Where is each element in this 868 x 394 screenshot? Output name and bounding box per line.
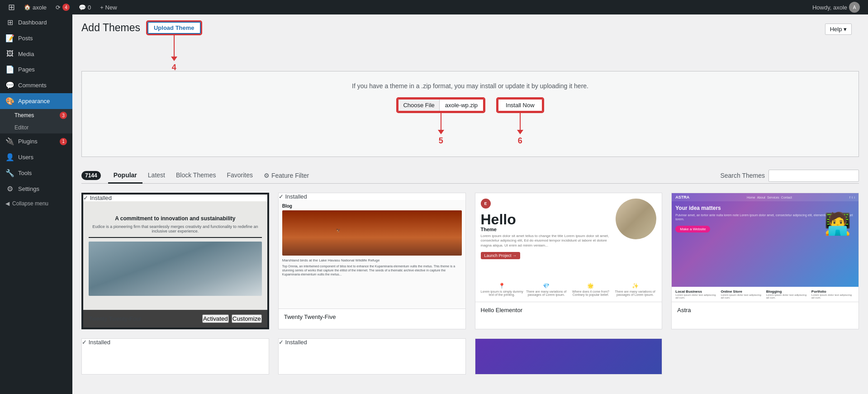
wp-logo-item[interactable]: ⊞: [4, 0, 19, 14]
sidebar-label-appearance: Appearance: [18, 98, 50, 104]
sidebar-item-tools[interactable]: 🔧 Tools: [0, 165, 72, 181]
astra-cards-row: Local Business Lorem ipsum dolor text ad…: [672, 287, 859, 302]
hello-feature-3: 🌟 Where does it come from? Contrary to p…: [569, 283, 612, 296]
preview-content-2025: Blog 🦅 Marshland birds at the Lake Havas…: [279, 200, 465, 309]
file-input-container: Choose File axole-wp.zip 5: [398, 99, 484, 146]
media-icon: 🖼: [5, 50, 14, 58]
tab-feature-filter[interactable]: ⚙ Feature Filter: [258, 168, 314, 183]
theme-card-astra: ASTRA Home About Services Contact f t i: [671, 193, 859, 329]
installed-bar-r2-2: ✓ Installed: [279, 339, 465, 346]
comments-icon: 💬: [79, 4, 86, 11]
astra-nav: ASTRA Home About Services Contact f t i: [672, 193, 859, 201]
appearance-submenu: Themes 3 Editor: [0, 109, 72, 133]
upload-controls: Choose File axole-wp.zip 5 Install Now: [93, 99, 848, 146]
astra-social-icons: f t i: [849, 195, 855, 199]
theme-card-twenty-twenty-five: ✓ Installed Blog 🦅 Marshland birds at th…: [278, 193, 466, 329]
comments-nav-icon: 💬: [5, 81, 14, 90]
astra-cards-grid: Local Business Lorem ipsum dolor text ad…: [675, 290, 855, 299]
sidebar-label-tools: Tools: [18, 170, 32, 176]
customize-button-2024[interactable]: Customize: [232, 314, 262, 323]
collapse-label: Collapse menu: [12, 200, 48, 207]
search-themes-input[interactable]: [768, 170, 859, 182]
installed-label-r2-2: Installed: [285, 339, 307, 346]
comments-item[interactable]: 💬 0: [74, 0, 95, 14]
theme-footer-astra: Astra: [672, 302, 859, 318]
sidebar-item-appearance[interactable]: 🎨 Appearance: [0, 93, 72, 109]
annotation-number-5: 5: [439, 136, 443, 146]
appearance-icon: 🎨: [5, 97, 14, 105]
hello-circle-image: [616, 199, 656, 239]
astra-cta-button[interactable]: Make a Website: [675, 226, 710, 233]
installed-label-2024: Installed: [90, 195, 112, 201]
themes-count[interactable]: 7144: [81, 171, 101, 180]
arrow-head-6: [517, 130, 523, 134]
feature-text-4: There are many variations of passages of…: [614, 290, 656, 296]
theme-footer-2024: Twenty Twenty-Four Activated Customize: [83, 310, 267, 328]
sidebar-item-comments[interactable]: 💬 Comments: [0, 77, 72, 93]
feature-icon-2: 💎: [525, 283, 568, 289]
themes-tabs: 7144 Popular Latest Block Themes Favorit…: [81, 168, 859, 184]
tab-latest[interactable]: Latest: [142, 168, 171, 184]
upload-section-area: If you have a theme in a .zip format, yo…: [72, 35, 868, 375]
astra-logo: ASTRA: [675, 195, 689, 199]
file-name-display: axole-wp.zip: [440, 100, 483, 111]
preview-text-2025: Top Omnia, an intertwined component of b…: [282, 264, 462, 276]
astra-card-2-text: Lorem ipsum dolor text adipiscing ad cum…: [721, 294, 764, 299]
updates-icon: ⟳: [56, 4, 61, 11]
upload-theme-button[interactable]: Upload Theme: [147, 22, 201, 34]
collapse-icon: ◀: [5, 200, 9, 207]
settings-icon: ⚙: [5, 185, 14, 193]
theme-preview-2025: Blog 🦅 Marshland birds at the Lake Havas…: [279, 200, 465, 309]
activated-button-2024[interactable]: Activated: [202, 314, 229, 323]
sidebar-item-editor[interactable]: Editor: [0, 122, 72, 133]
updates-item[interactable]: ⟳ 4: [51, 0, 74, 14]
installed-bar-2025: ✓ Installed: [279, 193, 465, 200]
arrow-head-4: [171, 57, 177, 61]
theme-name-2024: Twenty Twenty-Four: [89, 315, 142, 322]
feature-icon-4: ✨: [614, 283, 656, 289]
sidebar-item-dashboard[interactable]: ⊞ Dashboard: [0, 14, 72, 30]
search-themes-label: Search Themes: [720, 172, 765, 179]
theme-card-r2-4: [671, 338, 859, 375]
check-icon-2025: ✓: [279, 193, 284, 200]
howdy-item[interactable]: Howdy, axole A: [808, 0, 864, 14]
site-name-item[interactable]: 🏠 axole: [19, 0, 51, 14]
sidebar-item-posts[interactable]: 📝 Posts: [0, 30, 72, 46]
preview-image-2024: [89, 242, 262, 296]
collapse-menu-item[interactable]: ◀ Collapse menu: [0, 197, 72, 210]
theme-card-r2-2: ✓ Installed: [278, 338, 466, 375]
install-now-button[interactable]: Install Now: [498, 99, 543, 112]
sidebar-item-users[interactable]: 👤 Users: [0, 149, 72, 165]
hello-cta-button[interactable]: Launch Project →: [481, 252, 521, 259]
sidebar-label-pages: Pages: [18, 66, 35, 73]
preview-caption-2025: Marshland birds at the Lake Havasu Natio…: [282, 258, 462, 262]
astra-card-4-title: Portfolio: [811, 290, 855, 294]
sidebar-item-media[interactable]: 🖼 Media: [0, 46, 72, 62]
sidebar-item-plugins[interactable]: 🔌 Plugins 1: [0, 133, 72, 149]
hello-badge: E: [481, 199, 491, 209]
pages-icon: 📄: [5, 65, 14, 74]
install-button-container: Install Now 6: [498, 99, 543, 146]
themes-label: Themes: [14, 112, 34, 119]
annotation-number-4: 4: [172, 63, 176, 72]
page-title: Add Themes: [81, 22, 140, 34]
tab-block-themes[interactable]: Block Themes: [171, 168, 221, 184]
themes-badge: 3: [60, 112, 67, 119]
astra-card-1-text: Lorem ipsum dolor text adipiscing ad cum…: [675, 294, 719, 299]
astra-nav-home: Home: [747, 196, 755, 199]
new-item[interactable]: + New: [95, 0, 121, 14]
theme-footer-2025: Twenty Twenty-Five: [279, 309, 465, 325]
tab-popular[interactable]: Popular: [108, 168, 142, 184]
installed-bar-r2-1: ✓ Installed: [82, 339, 269, 346]
themes-grid-row2: ✓ Installed ✓ Installed: [81, 338, 859, 375]
sidebar-item-settings[interactable]: ⚙ Settings: [0, 181, 72, 197]
theme-card-hello-elementor: E Hello Theme Lorem ipsum dolor sit amet…: [475, 193, 663, 329]
sidebar-item-pages[interactable]: 📄 Pages: [0, 62, 72, 77]
sidebar-item-themes[interactable]: Themes 3: [0, 109, 72, 122]
updates-count: 4: [62, 4, 70, 11]
tab-favorites[interactable]: Favorites: [221, 168, 258, 184]
choose-file-button[interactable]: Choose File: [398, 100, 439, 111]
help-button[interactable]: Help ▾: [825, 24, 852, 35]
theme-card-r2-3: [475, 338, 663, 375]
plugins-badge: 1: [60, 138, 67, 145]
